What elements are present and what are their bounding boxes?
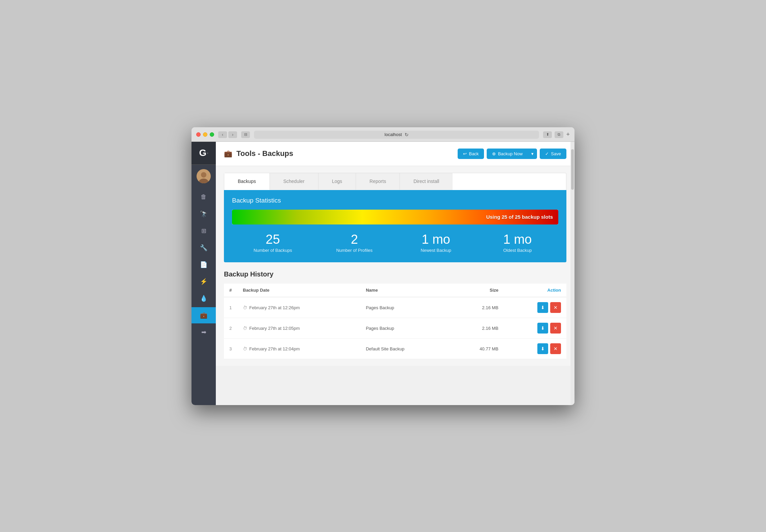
table-row: 2 ⏱ February 27th at 12:05pm Pages Backu…	[224, 318, 566, 339]
scrollbar-thumb[interactable]	[571, 149, 574, 190]
download-button-1[interactable]: ⬇	[537, 302, 548, 313]
back-arrow-icon: ↩	[463, 151, 467, 156]
col-date: Backup Date	[237, 284, 360, 297]
sidebar: G › 🗑 🔭	[192, 142, 216, 405]
backup-now-dropdown[interactable]: ▾	[528, 149, 537, 159]
app-body: G › 🗑 🔭	[192, 142, 574, 405]
col-name: Name	[360, 284, 450, 297]
stat-label-oldest: Oldest Backup	[477, 248, 559, 253]
stats-title: Backup Statistics	[232, 197, 558, 204]
row-2-num: 2	[224, 318, 237, 339]
history-table: # Backup Date Name Size Action 1	[224, 284, 566, 359]
url-text: localhost	[385, 132, 402, 137]
briefcase-icon: 💼	[200, 312, 207, 319]
save-button[interactable]: ✓ Save	[540, 149, 566, 159]
traffic-lights	[196, 132, 214, 137]
trash-icon: 🗑	[201, 193, 207, 201]
avatar-container[interactable]	[192, 165, 216, 188]
download-button-3[interactable]: ⬇	[537, 343, 548, 354]
sidebar-logo[interactable]: G ›	[192, 142, 216, 165]
stats-card: Backup Statistics Using 25 of 25 backup …	[224, 190, 566, 263]
address-bar[interactable]: localhost ↻	[254, 131, 539, 139]
header-actions: ↩ Back ⊕ Backup Now ▾ ✓ Save	[458, 149, 566, 159]
close-button[interactable]	[196, 132, 201, 137]
content-area: Backups Scheduler Logs Reports Direct in	[216, 166, 574, 366]
tab-reports[interactable]: Reports	[356, 173, 400, 190]
row-2-date: ⏱ February 27th at 12:05pm	[237, 318, 360, 339]
page-title-icon: 💼	[224, 150, 232, 158]
sidebar-item-lightning[interactable]: ⚡	[192, 273, 216, 290]
browser-actions: ⬆ ⧉ +	[543, 131, 570, 138]
backup-now-button[interactable]: ⊕ Backup Now	[487, 149, 528, 159]
layout-button[interactable]: ⊟	[241, 131, 250, 138]
add-tab-button[interactable]: +	[566, 131, 570, 138]
clock-icon-2: ⏱	[243, 326, 247, 331]
tab-backups[interactable]: Backups	[224, 173, 270, 190]
maximize-button[interactable]	[210, 132, 214, 137]
svg-point-1	[201, 172, 206, 178]
sidebar-item-binoculars[interactable]: 🔭	[192, 206, 216, 222]
sidebar-item-trash[interactable]: 🗑	[192, 189, 216, 205]
wrench-icon: 🔧	[200, 244, 207, 251]
tab-logs[interactable]: Logs	[318, 173, 356, 190]
row-2-name: Pages Backup	[360, 318, 450, 339]
delete-button-1[interactable]: ✕	[550, 302, 561, 313]
share-button[interactable]: ⬆	[543, 131, 552, 138]
backup-meter-label: Using 25 of 25 backup slots	[486, 214, 553, 220]
row-2-actions: ⬇ ✕	[504, 318, 566, 339]
logo-chevron: ›	[207, 151, 208, 155]
row-3-size: 40.77 MB	[450, 339, 504, 359]
droplet-icon: 💧	[200, 295, 207, 302]
browser-titlebar: ‹ › ⊟ localhost ↻ ⬆ ⧉ +	[192, 127, 574, 142]
stat-label-profiles: Number of Profiles	[314, 248, 395, 253]
row-1-num: 1	[224, 297, 237, 318]
backup-icon: ⊕	[492, 151, 496, 156]
logo-text: G	[199, 148, 206, 158]
scrollbar-track[interactable]	[570, 142, 574, 405]
page-title-area: 💼 Tools - Backups	[224, 149, 293, 158]
history-title: Backup History	[224, 270, 566, 278]
delete-button-2[interactable]: ✕	[550, 323, 561, 334]
row-3-num: 3	[224, 339, 237, 359]
col-size: Size	[450, 284, 504, 297]
col-action: Action	[504, 284, 566, 297]
sidebar-item-logout[interactable]: ➡	[192, 324, 216, 340]
stat-label-newest: Newest Backup	[395, 248, 477, 253]
tab-scheduler[interactable]: Scheduler	[270, 173, 318, 190]
row-3-date: ⏱ February 27th at 12:04pm	[237, 339, 360, 359]
tab-direct-install[interactable]: Direct install	[400, 173, 453, 190]
row-2-size: 2.16 MB	[450, 318, 504, 339]
stats-grid: 25 Number of Backups 2 Number of Profile…	[232, 233, 558, 253]
sidebar-item-wrench[interactable]: 🔧	[192, 240, 216, 256]
table-header-row: # Backup Date Name Size Action	[224, 284, 566, 297]
reload-button[interactable]: ↻	[405, 132, 409, 137]
back-button[interactable]: ↩ Back	[458, 149, 484, 159]
delete-button-3[interactable]: ✕	[550, 343, 561, 354]
stat-value-newest: 1 mo	[395, 233, 477, 247]
new-tab-split-button[interactable]: ⧉	[555, 131, 563, 138]
sidebar-item-grid[interactable]: ⊞	[192, 223, 216, 239]
row-1-date: ⏱ February 27th at 12:26pm	[237, 297, 360, 318]
back-nav-button[interactable]: ‹	[218, 131, 227, 138]
minimize-button[interactable]	[203, 132, 207, 137]
main-wrapper: 💼 Tools - Backups ↩ Back ⊕ Backup Now	[216, 142, 574, 405]
document-icon: 📄	[200, 261, 207, 268]
checkmark-icon: ✓	[545, 151, 549, 156]
nav-buttons: ‹ ›	[218, 131, 237, 138]
stat-newest-backup: 1 mo Newest Backup	[395, 233, 477, 253]
grid-icon: ⊞	[201, 227, 206, 235]
page-header: 💼 Tools - Backups ↩ Back ⊕ Backup Now	[216, 142, 574, 166]
sidebar-item-document[interactable]: 📄	[192, 257, 216, 273]
row-1-size: 2.16 MB	[450, 297, 504, 318]
forward-nav-button[interactable]: ›	[228, 131, 237, 138]
sidebar-nav: 🗑 🔭 ⊞ 🔧 📄 ⚡ 💧	[192, 189, 216, 340]
download-button-2[interactable]: ⬇	[537, 323, 548, 334]
row-1-actions: ⬇ ✕	[504, 297, 566, 318]
stat-label-backups: Number of Backups	[232, 248, 314, 253]
stat-value-oldest: 1 mo	[477, 233, 559, 247]
backup-meter-fill: Using 25 of 25 backup slots	[232, 210, 558, 224]
stat-value-backups: 25	[232, 233, 314, 247]
sidebar-item-briefcase[interactable]: 💼	[192, 307, 216, 323]
binoculars-icon: 🔭	[200, 210, 207, 218]
sidebar-item-droplet[interactable]: 💧	[192, 290, 216, 307]
